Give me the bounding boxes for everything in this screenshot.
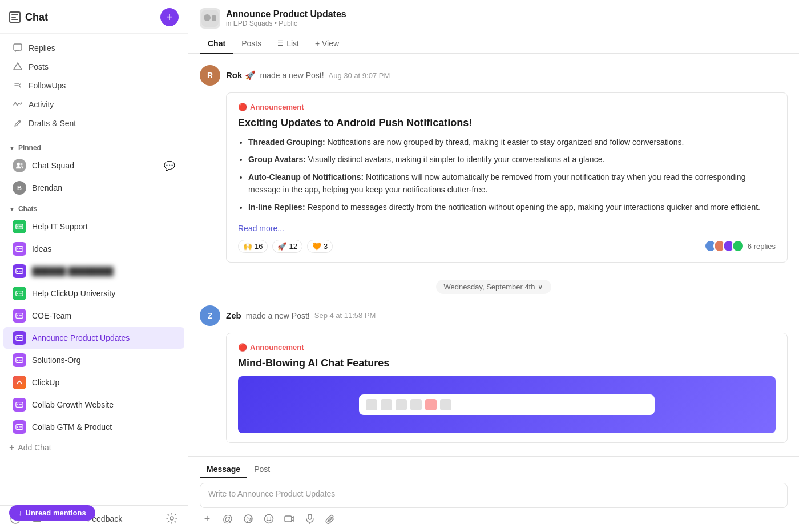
nav-label-drafts: Drafts & Sent [29, 119, 76, 128]
nav-item-activity[interactable]: Activity [3, 95, 184, 114]
date-chevron-icon: ∨ [538, 283, 543, 291]
solutions-org-name: Solutions-Org [32, 356, 175, 365]
sidebar-item-collab-growth[interactable]: Collab Growth Website [3, 394, 184, 416]
blurred-name: ██████ ████████ [32, 267, 114, 276]
sidebar-item-help-clickup[interactable]: Help ClickUp University [3, 283, 184, 304]
svg-rect-39 [33, 521, 41, 522]
message-group-2: Z Zeb made a new Post! Sep 4 at 11:58 PM… [188, 305, 799, 454]
clickup-avatar [13, 376, 26, 389]
sidebar-item-collab-gtm[interactable]: Collab GTM & Product [3, 416, 184, 438]
reaction-3[interactable]: 🧡 3 [307, 240, 333, 253]
mic-icon[interactable] [304, 513, 316, 525]
tab-chat[interactable]: Chat [200, 34, 233, 54]
nav-item-followups[interactable]: FollowUps [3, 76, 184, 95]
svg-rect-3 [14, 44, 22, 50]
reactions-left-1: 🙌 16 🚀 12 🧡 3 [238, 240, 333, 253]
reactions-row-1: 🙌 16 🚀 12 🧡 3 [238, 240, 776, 253]
channel-header: Announce Product Updates in EPD Squads •… [188, 0, 799, 54]
thumbnail-inner [359, 394, 655, 415]
chat-squad-avatar [13, 159, 26, 172]
sidebar-item-brendan[interactable]: B Brendan [3, 177, 184, 199]
followups-icon [13, 80, 23, 91]
svg-point-18 [17, 293, 18, 294]
nav-item-posts[interactable]: Posts [3, 58, 184, 76]
input-tab-post[interactable]: Post [247, 461, 277, 478]
sidebar-item-blurred[interactable]: ██████ ████████ [3, 260, 184, 282]
nav-item-replies[interactable]: Replies [3, 39, 184, 57]
channel-icon [200, 8, 220, 29]
sidebar-item-ideas[interactable]: Ideas [3, 238, 184, 260]
posts-icon [13, 62, 23, 72]
reaction-emoji-1: 🙌 [243, 242, 252, 251]
svg-point-46 [265, 515, 273, 523]
sender-name-2: Zeb [226, 311, 241, 320]
svg-point-5 [17, 163, 20, 166]
chats-chevron: ▼ [9, 206, 15, 212]
blurred-avatar [13, 264, 26, 278]
video-icon[interactable] [283, 513, 296, 525]
mention-icon[interactable]: @ [221, 513, 234, 525]
flag-icon: 🔴 [238, 103, 247, 111]
help-it-avatar [13, 220, 26, 233]
attach-plus-icon[interactable]: + [201, 513, 213, 525]
nav-label-replies: Replies [29, 43, 55, 53]
nav-item-drafts[interactable]: Drafts & Sent [3, 114, 184, 132]
sidebar-title-text: Chat [25, 11, 48, 23]
rok-avatar: R [200, 65, 220, 86]
svg-rect-49 [285, 516, 292, 522]
replies-right-1[interactable]: 6 replies [704, 240, 776, 252]
svg-rect-1 [11, 17, 16, 18]
add-chat-button[interactable]: + Add Chat [0, 438, 188, 457]
post-thumbnail [238, 376, 776, 433]
announce-name: Announce Product Updates [32, 333, 175, 342]
read-more-link-1[interactable]: Read more... [238, 224, 284, 233]
date-divider: Wednesday, September 4th ∨ [188, 274, 799, 305]
attachment-icon[interactable]: @ [242, 513, 255, 525]
brendan-name: Brendan [32, 183, 175, 192]
add-chat-button[interactable]: + [160, 8, 179, 26]
channel-name: Announce Product Updates [226, 9, 346, 19]
chats-section-header[interactable]: ▼ Chats [0, 199, 188, 215]
reaction-emoji-2: 🚀 [277, 242, 286, 251]
tab-list[interactable]: ☰ List [269, 34, 307, 54]
coe-team-name: COE-Team [32, 311, 175, 320]
collab-gtm-avatar [13, 420, 26, 434]
svg-rect-16 [19, 271, 22, 271]
clip-icon[interactable] [324, 513, 337, 525]
sidebar-item-chat-squad[interactable]: Chat Squad 💬 [3, 155, 184, 176]
settings-icon[interactable] [166, 513, 179, 525]
post-title-1: Exciting Updates to Android Push Notific… [238, 117, 776, 129]
reaction-1[interactable]: 🙌 16 [238, 240, 268, 253]
announce-avatar [13, 331, 26, 345]
date-badge[interactable]: Wednesday, September 4th ∨ [436, 280, 552, 294]
sidebar-item-help-it[interactable]: Help IT Support [3, 216, 184, 237]
tab-view[interactable]: + View [307, 34, 347, 54]
emoji-icon[interactable] [263, 513, 275, 525]
svg-point-33 [17, 426, 18, 428]
post-title-2: Mind-Blowing AI Chat Features [238, 357, 776, 369]
bullet-3: Auto-Cleanup of Notifications: Notificat… [248, 171, 776, 196]
reaction-2[interactable]: 🚀 12 [272, 240, 302, 253]
sidebar-item-clickup[interactable]: ClickUp [3, 372, 184, 393]
message-time-1: Aug 30 at 9:07 PM [329, 71, 390, 80]
add-chat-label: Add Chat [18, 443, 51, 452]
svg-point-9 [17, 226, 18, 227]
reply-avatar-4 [732, 240, 744, 252]
pinned-section-header[interactable]: ▼ Pinned [0, 138, 188, 154]
sidebar-item-announce[interactable]: Announce Product Updates [3, 327, 184, 349]
unread-mentions-button[interactable]: ↓ Unread mentions [9, 505, 95, 521]
help-it-name: Help IT Support [32, 222, 175, 231]
message-input[interactable]: Write to Announce Product Updates [200, 483, 788, 508]
message-input-area: Message Post Write to Announce Product U… [188, 456, 799, 532]
sidebar-panel-icon [9, 11, 21, 23]
thumb-icon-3 [396, 399, 407, 410]
svg-rect-13 [19, 248, 22, 249]
reply-avatars-1 [704, 240, 744, 252]
input-tab-message[interactable]: Message [200, 461, 247, 478]
sidebar-item-solutions-org[interactable]: Solutions-Org [3, 349, 184, 371]
tab-posts[interactable]: Posts [233, 34, 269, 54]
message-meta-1: Rok 🚀 made a new Post! Aug 30 at 9:07 PM [226, 70, 390, 80]
date-label: Wednesday, September 4th [444, 283, 535, 291]
sidebar-item-coe-team[interactable]: COE-Team [3, 305, 184, 327]
message-header-2: Z Zeb made a new Post! Sep 4 at 11:58 PM [200, 305, 788, 326]
